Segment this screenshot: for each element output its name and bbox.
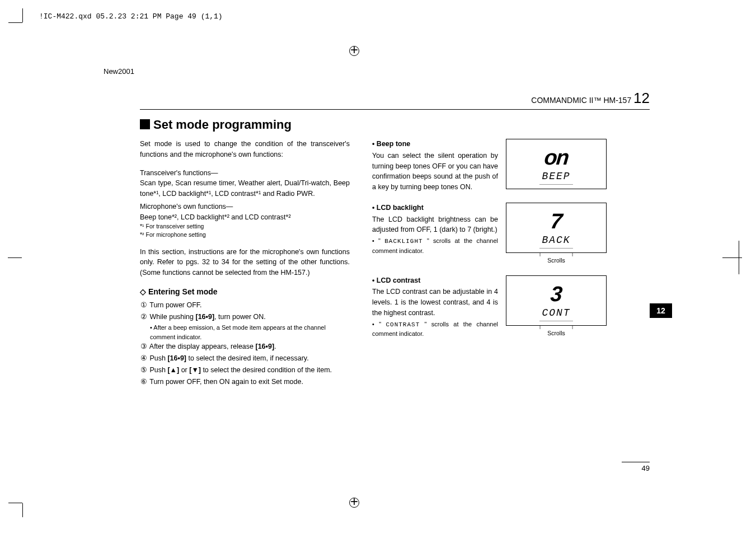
contrast-section: • LCD contrast The LCD contrast can be a… — [372, 275, 621, 339]
crop-mark-bottom-left — [22, 506, 34, 517]
left-column: Set mode is used to change the condition… — [140, 139, 350, 388]
header-rule — [140, 109, 650, 110]
new-label: New2001 — [104, 67, 134, 76]
step-3: ③ After the display appears, release [16… — [140, 341, 350, 352]
section-title: Set mode programming — [153, 118, 292, 132]
circled-2-icon: ② — [140, 312, 148, 322]
contrast-lcd-value: 3 — [550, 283, 562, 305]
microphone-label: Microphone's own functions— — [140, 202, 350, 212]
contrast-lcd: 3 CONT || Scrolls — [506, 275, 607, 339]
footer-rule — [622, 462, 650, 462]
contrast-scrolls: Scrolls — [506, 329, 607, 338]
backlight-lcd: 7 BACK || Scrolls — [506, 203, 607, 265]
backlight-section: • LCD backlight The LCD backlight bright… — [372, 203, 621, 265]
step-4: ④ Push [16•9] to select the desired item… — [140, 353, 350, 364]
beep-text: You can select the silent operation by t… — [372, 151, 498, 193]
crop-mark-mid-right — [722, 257, 734, 269]
main-content: Set mode programming Set mode is used to… — [140, 118, 621, 388]
contrast-bullet: • " CONTRAST " scrolls at the channel co… — [372, 320, 498, 339]
crop-mark-mid-left — [8, 257, 19, 269]
intro-para: Set mode is used to change the condition… — [140, 139, 350, 160]
backlight-lcd-label: BACK — [539, 233, 572, 249]
right-column: • Beep tone You can select the silent op… — [372, 139, 621, 388]
entering-heading: ◇ Entering Set mode — [140, 286, 350, 298]
prepress-header: !IC-M422.qxd 05.2.23 2:21 PM Page 49 (1,… — [39, 12, 223, 21]
contrast-text: The LCD contrast can be adjustable in 4 … — [372, 287, 498, 318]
step-5: ⑤ Push [▲] or [▼] to select the desired … — [140, 365, 350, 376]
entering-title: Entering Set mode — [148, 287, 218, 296]
beep-lcd-label: BEEP — [539, 169, 572, 185]
circled-6-icon: ⑥ — [140, 377, 148, 387]
beep-title: • Beep tone — [372, 139, 498, 149]
contrast-lcd-label: CONT — [539, 306, 572, 321]
footnote-2: *² For microphone setting — [140, 231, 350, 239]
scroll-marks-icon: || — [539, 253, 573, 255]
registration-mark-bottom — [347, 495, 360, 509]
section-heading: Set mode programming — [140, 118, 621, 132]
backlight-title: • LCD backlight — [372, 203, 498, 213]
beep-section: • Beep tone You can select the silent op… — [372, 139, 621, 193]
chapter-number: 12 — [633, 90, 650, 106]
footnote-1: *¹ For transceiver setting — [140, 222, 350, 231]
diamond-icon: ◇ — [140, 287, 148, 296]
step-6: ⑥ Turn power OFF, then ON again to exit … — [140, 377, 350, 387]
circled-5-icon: ⑤ — [140, 365, 148, 376]
backlight-lcd-value: 7 — [550, 210, 562, 232]
page-header: COMMANDMIC II™ HM-157 12 — [531, 90, 650, 107]
step-2: ② While pushing [16•9], turn power ON. — [140, 312, 350, 322]
contrast-title: • LCD contrast — [372, 275, 498, 286]
step-1: ① Turn power OFF. — [140, 300, 350, 311]
circled-4-icon: ④ — [140, 353, 148, 364]
transceiver-functions: Scan type, Scan resume timer, Weather al… — [140, 178, 350, 199]
beep-lcd: on BEEP — [506, 139, 607, 193]
backlight-bullet: • " BACKLIGHT " scrolls at the channel c… — [372, 236, 498, 255]
product-name: COMMANDMIC II™ HM-157 — [531, 96, 631, 105]
note-para: In this section, instructions are for th… — [140, 247, 350, 278]
transceiver-label: Transceiver's functions— — [140, 168, 350, 179]
square-bullet-icon — [140, 119, 150, 129]
step-2-sub: • After a beep emission, a Set mode item… — [150, 323, 350, 341]
crop-line-mid-right — [739, 241, 739, 274]
circled-1-icon: ① — [140, 300, 148, 311]
scroll-marks-icon-2: || — [539, 326, 573, 328]
backlight-text: The LCD backlight brightness can be adju… — [372, 214, 498, 236]
circled-3-icon: ③ — [140, 341, 148, 352]
crop-mark-top-left — [22, 8, 34, 20]
backlight-scrolls: Scrolls — [506, 256, 607, 265]
page-number: 49 — [642, 464, 650, 472]
page-tab: 12 — [650, 303, 672, 318]
beep-lcd-value: on — [543, 147, 569, 168]
registration-mark-top — [347, 44, 360, 57]
microphone-functions: Beep tone*², LCD backlight*² and LCD con… — [140, 212, 350, 223]
